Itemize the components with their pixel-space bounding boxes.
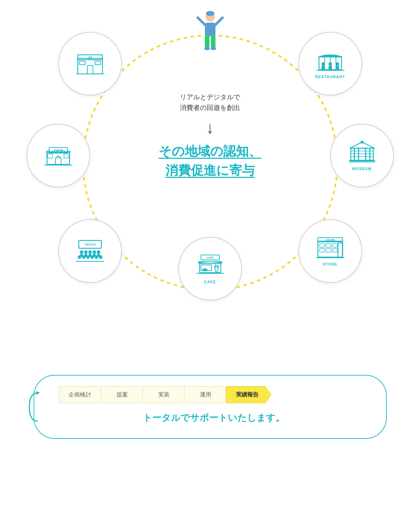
process-steps-row: 企画検討 提案 実装 運用 bbox=[59, 386, 368, 403]
svg-rect-78 bbox=[320, 244, 325, 247]
svg-point-8 bbox=[204, 47, 210, 50]
svg-point-9 bbox=[211, 47, 216, 50]
svg-rect-26 bbox=[329, 66, 332, 70]
svg-rect-60 bbox=[80, 254, 83, 257]
svg-rect-83 bbox=[332, 249, 337, 252]
svg-rect-29 bbox=[47, 152, 70, 164]
svg-point-2 bbox=[206, 11, 214, 16]
diagram-section: 24 RESTAURANT bbox=[16, 11, 404, 364]
svg-rect-61 bbox=[84, 254, 87, 257]
svg-point-37 bbox=[361, 141, 363, 144]
svg-rect-7 bbox=[211, 35, 215, 48]
svg-rect-13 bbox=[87, 65, 93, 74]
venue-store: STORE STORE bbox=[298, 219, 362, 283]
process-outer-box: 企画検討 提案 実装 運用 bbox=[34, 375, 387, 439]
svg-text:24: 24 bbox=[88, 56, 92, 60]
arrow-down: ↓ bbox=[143, 119, 277, 136]
step-1-box: 企画検討 bbox=[59, 386, 105, 403]
svg-point-50 bbox=[84, 250, 88, 254]
venue-cafe: CAFE CAFE bbox=[178, 237, 242, 301]
svg-point-70 bbox=[202, 268, 207, 271]
svg-line-5 bbox=[215, 18, 223, 25]
venue-shop: SHOP bbox=[26, 124, 90, 187]
svg-rect-25 bbox=[321, 66, 325, 70]
svg-rect-79 bbox=[326, 244, 331, 247]
svg-text:RESTAURANT: RESTAURANT bbox=[322, 53, 339, 55]
step-4: 運用 bbox=[184, 386, 230, 403]
main-container: 24 RESTAURANT bbox=[0, 0, 420, 453]
loop-arrow-icon bbox=[28, 382, 41, 432]
step-4-box: 運用 bbox=[184, 386, 230, 403]
venue-museum: MUSEUM bbox=[330, 124, 394, 187]
cafe-label: CAFE bbox=[204, 280, 216, 284]
svg-marker-86 bbox=[36, 391, 40, 395]
venue-restaurant: RESTAURANT RESTAURANT bbox=[298, 32, 362, 95]
svg-rect-10 bbox=[78, 58, 102, 74]
step-5-box: 実績報告 bbox=[226, 386, 272, 403]
step-2: 提案 bbox=[101, 386, 147, 403]
svg-text:CAFE: CAFE bbox=[206, 256, 214, 259]
svg-point-52 bbox=[93, 250, 96, 254]
step-3: 実装 bbox=[142, 386, 188, 403]
svg-point-23 bbox=[329, 62, 332, 66]
step-3-box: 実装 bbox=[142, 386, 188, 403]
store-label: STORE bbox=[323, 262, 338, 266]
svg-rect-3 bbox=[205, 23, 215, 36]
process-section: 企画検討 提案 実装 運用 bbox=[34, 375, 387, 439]
svg-rect-33 bbox=[64, 154, 69, 158]
restaurant-label: RESTAURANT bbox=[315, 75, 345, 79]
svg-rect-14 bbox=[79, 61, 85, 65]
svg-rect-82 bbox=[326, 249, 331, 252]
svg-rect-80 bbox=[332, 244, 337, 247]
museum-label: MUSEUM bbox=[352, 167, 372, 171]
step-5: 実績報告 bbox=[226, 386, 272, 403]
svg-text:STORE: STORE bbox=[325, 238, 335, 242]
svg-rect-81 bbox=[320, 249, 325, 252]
sub-text: リアルとデジタルで 消費者の回遊を創出 bbox=[143, 92, 277, 114]
svg-point-24 bbox=[336, 62, 339, 66]
svg-text:SHOP: SHOP bbox=[54, 149, 63, 152]
process-bottom-text: トータルでサポートいたします。 bbox=[59, 412, 368, 424]
svg-rect-27 bbox=[336, 66, 339, 70]
svg-point-22 bbox=[321, 62, 325, 66]
svg-rect-64 bbox=[97, 254, 100, 257]
svg-rect-6 bbox=[205, 35, 209, 48]
svg-point-49 bbox=[80, 250, 83, 254]
svg-text:THEATER: THEATER bbox=[84, 243, 96, 246]
svg-rect-62 bbox=[89, 254, 91, 257]
svg-rect-15 bbox=[95, 61, 101, 65]
svg-line-4 bbox=[198, 18, 205, 25]
svg-point-53 bbox=[97, 250, 100, 254]
svg-point-51 bbox=[88, 250, 92, 254]
main-heading: その地域の認知、 消費促進に寄与 bbox=[143, 142, 277, 180]
svg-rect-84 bbox=[338, 243, 342, 257]
center-text-block: リアルとデジタルで 消費者の回遊を創出 ↓ その地域の認知、 消費促進に寄与 bbox=[143, 92, 277, 180]
venue-theater: THEATER bbox=[58, 219, 122, 283]
venue-convenience: 24 bbox=[58, 32, 122, 95]
svg-rect-32 bbox=[48, 154, 53, 158]
person-figure bbox=[194, 11, 226, 57]
svg-rect-63 bbox=[93, 254, 96, 257]
step-1: 企画検討 bbox=[59, 386, 105, 403]
step-2-box: 提案 bbox=[101, 386, 147, 403]
